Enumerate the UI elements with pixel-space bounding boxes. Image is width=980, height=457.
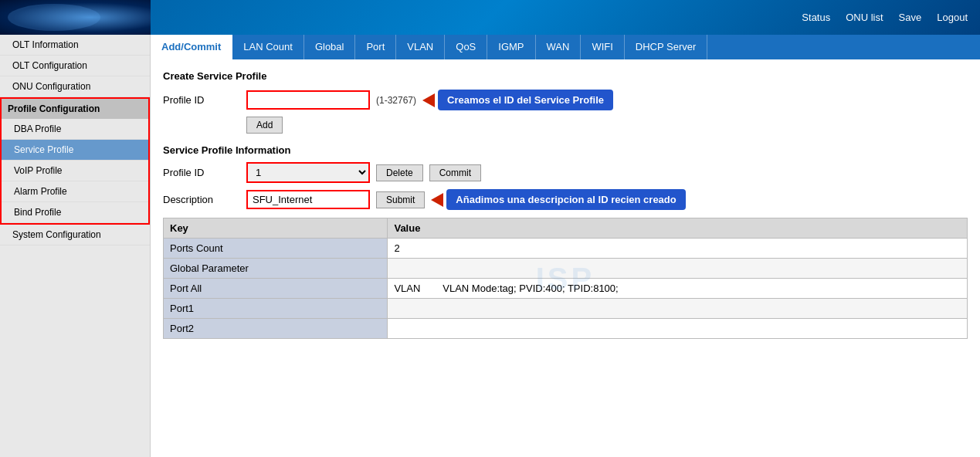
sidebar-section-profile-config[interactable]: Profile Configuration [2,99,148,119]
sidebar-item-olt-configuration[interactable]: OLT Configuration [0,56,150,76]
sidebar: OLT Information OLT Configuration ONU Co… [0,35,151,457]
topbar: Status ONU list Save Logout [0,0,980,35]
desc-annotation: Añadimos una descripcion al ID recien cr… [446,189,685,210]
sidebar-item-service-profile[interactable]: Service Profile [2,140,148,161]
table-row: Port1 [164,299,968,319]
content-area: Create Service Profile Profile ID (1-327… [151,59,980,350]
logo-area [0,0,151,35]
data-table: Key Value Ports Count 2 Global Parameter [163,218,968,339]
add-button[interactable]: Add [246,117,283,134]
create-section-title: Create Service Profile [163,70,968,82]
description-label: Description [163,194,240,205]
col-value-header: Value [388,218,968,239]
tab-vlan[interactable]: VLAN [396,35,445,59]
profile-id-hint: (1-32767) [376,95,416,106]
delete-button[interactable]: Delete [376,164,423,181]
tab-global[interactable]: Global [304,35,356,59]
sidebar-item-system-configuration[interactable]: System Configuration [0,225,150,245]
table-row: Global Parameter [164,259,968,279]
create-profile-id-row: Profile ID (1-32767) Creamos el ID del S… [163,90,968,110]
row-port2-key: Port2 [164,319,388,339]
description-input[interactable] [246,190,370,209]
table-container: Key Value Ports Count 2 Global Parameter [163,218,968,339]
table-row: Port2 [164,319,968,339]
tabbar: Add/Commit LAN Count Global Port VLAN Qo… [151,35,980,59]
main-content: Add/Commit LAN Count Global Port VLAN Qo… [151,35,980,457]
tab-wifi[interactable]: WIFI [581,35,624,59]
row-port-all-key: Port All [164,279,388,299]
row-global-param-key: Global Parameter [164,259,388,279]
logout-link[interactable]: Logout [937,12,968,23]
port-all-vlan-detail: VLAN Mode:tag; PVID:400; TPID:8100; [443,283,618,294]
create-profile-id-input[interactable] [246,90,370,110]
tab-lan-count[interactable]: LAN Count [232,35,304,59]
table-row: Ports Count 2 [164,239,968,259]
globe-decoration [0,0,151,35]
sidebar-item-alarm-profile[interactable]: Alarm Profile [2,181,148,202]
col-key-header: Key [164,218,388,239]
tab-qos[interactable]: QoS [445,35,487,59]
tab-wan[interactable]: WAN [536,35,582,59]
topbar-links: Status ONU list Save Logout [802,12,968,23]
tab-dhcp-server[interactable]: DHCP Server [625,35,708,59]
onu-list-link[interactable]: ONU list [846,12,883,23]
sidebar-item-olt-information[interactable]: OLT Information [0,35,150,56]
row-port2-value [388,319,968,339]
submit-button[interactable]: Submit [376,191,425,208]
row-global-param-value [388,259,968,279]
description-row: Description Submit Añadimos una descripc… [163,189,968,210]
info-profile-id-row: Profile ID 1 Delete Commit [163,162,968,183]
status-link[interactable]: Status [802,12,830,23]
sidebar-item-voip-profile[interactable]: VoIP Profile [2,161,148,181]
add-button-row: Add [246,117,968,134]
tab-port[interactable]: Port [355,35,396,59]
info-section-title: Service Profile Information [163,144,968,156]
desc-arrow-icon [431,193,443,207]
layout: OLT Information OLT Configuration ONU Co… [0,35,980,457]
create-profile-id-label: Profile ID [163,94,240,106]
create-arrow-container: Creamos el ID del Service Profile [422,90,613,110]
profile-id-select[interactable]: 1 [246,162,370,183]
sidebar-item-bind-profile[interactable]: Bind Profile [2,202,148,223]
row-port1-key: Port1 [164,299,388,319]
tab-add-commit[interactable]: Add/Commit [151,35,232,59]
profile-configuration-group: Profile Configuration DBA Profile Servic… [0,97,150,225]
row-ports-count-key: Ports Count [164,239,388,259]
create-annotation: Creamos el ID del Service Profile [438,90,613,110]
tab-igmp[interactable]: IGMP [487,35,535,59]
sidebar-item-dba-profile[interactable]: DBA Profile [2,119,148,140]
row-port-all-value: VLAN VLAN Mode:tag; PVID:400; TPID:8100; [388,279,968,299]
sidebar-item-onu-configuration[interactable]: ONU Configuration [0,76,150,97]
create-arrow-icon [422,93,435,107]
desc-arrow-container: Añadimos una descripcion al ID recien cr… [431,189,685,210]
commit-button[interactable]: Commit [429,164,481,181]
table-row: Port All VLAN VLAN Mode:tag; PVID:400; T… [164,279,968,299]
port-all-vlan-label: VLAN [394,283,420,294]
save-link[interactable]: Save [899,12,922,23]
row-ports-count-value: 2 [388,239,968,259]
row-port1-value [388,299,968,319]
info-profile-id-label: Profile ID [163,167,240,178]
